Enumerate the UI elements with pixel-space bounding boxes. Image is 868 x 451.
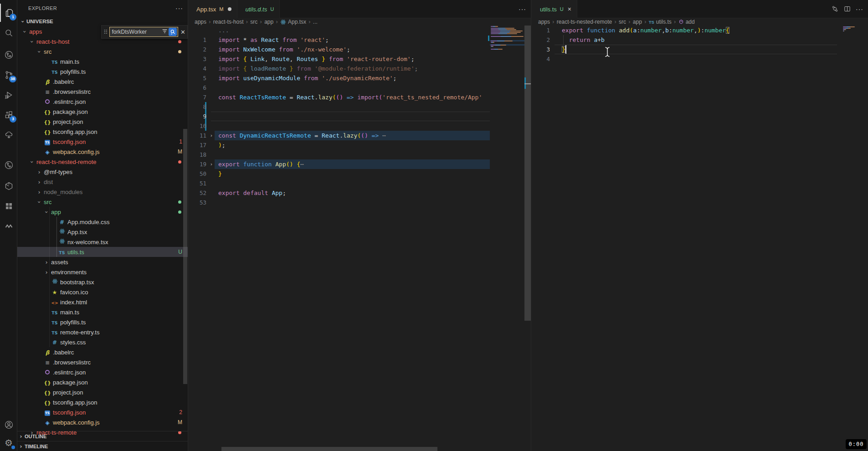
breadcrumb-item[interactable]: apps <box>195 19 206 25</box>
code-editor-utils-ts[interactable]: 1export function add(a:number,b:number,)… <box>532 26 868 451</box>
breadcrumb-item[interactable]: add <box>686 19 695 25</box>
tree-file-project.json[interactable]: {}project.json <box>17 387 188 397</box>
open-changes-icon[interactable] <box>831 5 839 13</box>
tree-file-package.json[interactable]: {}package.json <box>17 377 188 387</box>
sidebar-more-actions-icon[interactable]: ··· <box>175 5 183 12</box>
code-line-19[interactable]: 19›export function App() {⋯ <box>188 159 531 169</box>
breadcrumb-item[interactable]: src <box>250 19 257 25</box>
tree-file-package.json[interactable]: {}package.json <box>17 107 188 117</box>
tree-folder-environments[interactable]: ›environments <box>17 267 188 277</box>
sidebar-scrollbar[interactable] <box>183 129 187 384</box>
breadcrumb-item[interactable]: app <box>633 19 642 25</box>
tree-file-tsconfig.json[interactable]: TStsconfig.json2 <box>17 407 188 417</box>
tree-folder-assets[interactable]: ›assets <box>17 257 188 267</box>
breadcrumb-item[interactable]: react-ts-host <box>213 19 244 25</box>
code-line-17[interactable]: 17); <box>188 140 531 150</box>
editor-more-actions-icon[interactable]: ··· <box>856 5 863 13</box>
code-editor-app-tsx[interactable]: ...1import * as React from 'react';2impo… <box>188 26 531 451</box>
tree-file-index.html[interactable]: <>index.html <box>17 297 188 307</box>
code-line-6[interactable]: 6 <box>188 83 531 92</box>
editor-more-actions-icon[interactable]: ··· <box>519 5 526 13</box>
tree-folder-src[interactable]: ›src <box>17 197 188 207</box>
tree-file-bootstrap.tsx[interactable]: bootstrap.tsx <box>17 277 188 287</box>
fold-chevron-icon[interactable]: › <box>208 159 215 169</box>
code-line-2[interactable]: 2 return a+b <box>532 35 868 45</box>
tree-folder-react-ts-nested-remote[interactable]: ›react-ts-nested-remote <box>17 157 188 167</box>
breadcrumb-item[interactable]: utils.ts <box>656 19 672 25</box>
tab-utils-ts[interactable]: utils.ts U × <box>532 0 577 18</box>
code-line-2[interactable]: 2import NxWelcome from './nx-welcome'; <box>188 45 531 54</box>
tree-file-styles.css[interactable]: #styles.css <box>17 337 188 347</box>
tree-folder-@mf-types[interactable]: ›@mf-types <box>17 167 188 177</box>
breadcrumb-item[interactable]: apps <box>538 19 550 25</box>
tree-file-polyfills.ts[interactable]: TSpolyfills.ts <box>17 317 188 327</box>
activity-git-graph-icon[interactable] <box>0 156 17 174</box>
tree-file-.eslintrc.json[interactable]: .eslintrc.json <box>17 97 188 107</box>
code-line-3[interactable]: 3import { Link, Route, Routes } from 're… <box>188 54 531 64</box>
code-line-9[interactable]: 9 <box>188 112 531 121</box>
code-line-18[interactable]: 18 <box>188 150 531 159</box>
breadcrumb-item[interactable]: App.tsx <box>288 19 306 25</box>
tab-app-tsx[interactable]: App.tsx M <box>188 0 237 18</box>
tree-file-app.module.css[interactable]: #App.module.css <box>17 217 188 227</box>
code-line-7[interactable]: 7const ReactTsRemote = React.lazy(() => … <box>188 92 531 102</box>
activity-console-zigzag-icon[interactable] <box>0 217 17 235</box>
code-line-1[interactable]: 1export function add(a:number,b:number,)… <box>532 26 868 35</box>
editor-scrollbar-horizontal[interactable] <box>221 447 437 451</box>
tree-file-.babelrc[interactable]: β.babelrc <box>17 347 188 357</box>
code-line-5[interactable]: 5import useDynamicModule from './useDyna… <box>188 73 531 83</box>
tree-file-project.json[interactable]: {}project.json <box>17 117 188 127</box>
code-line[interactable]: ... <box>188 26 531 35</box>
tree-file-favicon.ico[interactable]: ★favicon.ico <box>17 287 188 297</box>
code-line-3[interactable]: 3} <box>532 45 868 54</box>
breadcrumb-item[interactable]: ... <box>313 19 318 25</box>
activity-explorer-icon[interactable]: 1 <box>0 4 17 22</box>
fuzzy-match-toggle[interactable] <box>169 28 177 36</box>
activity-search-icon[interactable] <box>0 24 17 42</box>
activity-pull-requests-icon[interactable] <box>0 46 17 64</box>
tree-file-tsconfig.app.json[interactable]: {}tsconfig.app.json <box>17 127 188 137</box>
tree-folder-node-modules[interactable]: ›node_modules <box>17 187 188 197</box>
activity-source-control-icon[interactable]: 38 <box>0 66 17 84</box>
activity-containers-icon[interactable] <box>0 177 17 195</box>
breadcrumb-item[interactable]: react-ts-nested-remote <box>557 19 612 25</box>
activity-extensions-icon[interactable]: 3 <box>0 106 17 124</box>
activity-testing-tree-icon[interactable] <box>0 126 17 144</box>
breadcrumb[interactable]: apps›react-ts-nested-remote›src›app›TSut… <box>532 18 868 26</box>
tree-file-.eslintrc.json[interactable]: .eslintrc.json <box>17 367 188 377</box>
code-line-53[interactable]: 53 <box>188 198 531 207</box>
tree-folder-src[interactable]: ›src <box>17 46 188 56</box>
code-line-52[interactable]: 52export default App; <box>188 188 531 198</box>
tree-file-nx-welcome.tsx[interactable]: nx-welcome.tsx <box>17 237 188 247</box>
code-line-51[interactable]: 51 <box>188 179 531 188</box>
tree-filter-input[interactable]: forkDtsWorker <box>109 27 179 37</box>
activity-accounts-icon[interactable] <box>0 415 17 434</box>
tree-file-.babelrc[interactable]: β.babelrc <box>17 77 188 87</box>
tree-file-main.ts[interactable]: TSmain.ts <box>17 56 188 67</box>
filter-close-icon[interactable]: ✕ <box>180 29 185 36</box>
tree-file-.browserslistrc[interactable]: ≡.browserslistrc <box>17 357 188 367</box>
timeline-section-header[interactable]: › TIMELINE <box>17 441 188 451</box>
drag-handle-icon[interactable]: ⠿ <box>103 29 108 36</box>
unsaved-dot-icon[interactable] <box>228 7 231 11</box>
breadcrumb-item[interactable]: src <box>619 19 626 25</box>
editor-scrollbar-vertical[interactable] <box>524 26 531 321</box>
tree-file-main.ts[interactable]: TSmain.ts <box>17 307 188 317</box>
tree-file-webpack.config.js[interactable]: ◈webpack.config.jsM <box>17 147 188 157</box>
code-line-4[interactable]: 4 <box>532 54 868 64</box>
code-line-8[interactable]: 8 <box>188 102 531 112</box>
activity-run-debug-icon[interactable] <box>0 86 17 104</box>
activity-browser-grid-icon[interactable] <box>0 197 17 215</box>
tree-file-utils.ts[interactable]: TSutils.tsU <box>17 247 188 257</box>
outline-section-header[interactable]: › OUTLINE <box>17 431 188 441</box>
activity-settings-icon[interactable]: ⚙ <box>0 434 17 451</box>
filter-icon[interactable] <box>162 28 168 36</box>
tree-file-tsconfig.json[interactable]: TStsconfig.json1 <box>17 137 188 147</box>
tree-folder-app[interactable]: ›app <box>17 207 188 217</box>
code-line-1[interactable]: 1import * as React from 'react'; <box>188 35 531 45</box>
code-line-11[interactable]: 11›const DynamicReactTsRemote = React.la… <box>188 131 531 140</box>
tree-file-webpack.config.js[interactable]: ◈webpack.config.jsM <box>17 417 188 427</box>
code-line-10[interactable]: 10 <box>188 121 531 131</box>
breadcrumb-item[interactable]: app <box>264 19 273 25</box>
tree-file-polyfills.ts[interactable]: TSpolyfills.ts <box>17 67 188 77</box>
